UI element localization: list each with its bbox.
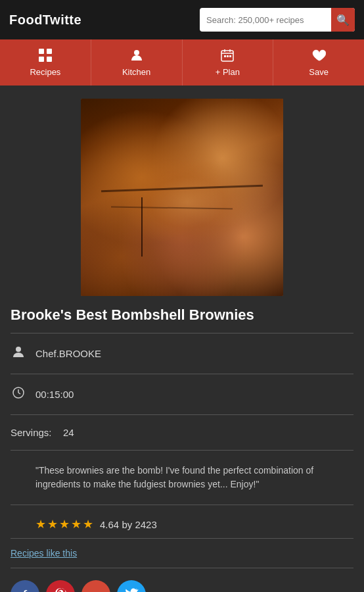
recipes-like-link[interactable]: Recipes like this [11,543,77,564]
recipes-icon [38,48,53,64]
nav-bar: Recipes Kitchen + Plan [0,39,364,86]
recipe-title: Brooke's Best Bombshell Brownies [11,307,353,324]
recipes-like-section: Recipes like this [11,538,353,568]
rating-section: ★★★★★ 4.64 by 2423 [11,510,353,538]
nav-label-recipes: Recipes [30,67,60,77]
divider-1 [11,333,353,333]
facebook-button[interactable]: f [11,580,39,592]
svg-rect-11 [229,55,231,57]
nav-item-kitchen[interactable]: Kitchen [91,39,183,86]
servings-value: 24 [63,427,74,438]
quote-section: "These brownies are the bomb! I've found… [11,456,353,499]
divider-3 [11,414,353,415]
svg-rect-9 [224,55,226,57]
pinterest-icon [53,586,68,593]
svg-rect-10 [227,55,229,57]
author-row: Chef.BROOKE [11,339,353,368]
rating-number: 4.64 [100,519,119,530]
nav-item-save[interactable]: Save [273,39,364,86]
svg-rect-1 [47,49,52,54]
svg-rect-2 [39,57,44,62]
author-icon [11,345,26,362]
googleplus-icon: g+ [91,590,101,593]
servings-label: Servings: [11,427,63,438]
svg-point-4 [134,50,139,55]
social-buttons: f g+ [11,578,353,592]
rating-count: 2423 [135,519,156,530]
nav-label-kitchen: Kitchen [122,67,150,77]
kitchen-icon [129,48,144,64]
search-bar: 🔍 [200,8,355,32]
cook-time: 00:15:00 [35,389,74,400]
recipe-image [81,99,283,296]
save-icon [311,48,326,64]
svg-point-12 [16,347,21,352]
nav-label-plan: + Plan [216,67,240,77]
author-name: Chef.BROOKE [35,348,101,359]
facebook-icon: f [23,588,27,593]
pinterest-button[interactable] [46,580,75,592]
clock-icon [11,386,26,403]
nav-item-plan[interactable]: + Plan [183,39,274,86]
divider-4 [11,450,353,451]
rating-value: 4.64 by 2423 [100,519,157,530]
rating-stars: ★★★★★ [35,517,95,531]
svg-rect-0 [39,49,44,54]
divider-2 [11,374,353,374]
svg-rect-3 [47,57,52,62]
search-input[interactable] [200,15,331,25]
main-content: Brooke's Best Bombshell Brownies Chef.BR… [0,86,364,592]
time-row: 00:15:00 [11,380,353,409]
recipe-quote: "These brownies are the bomb! I've found… [35,464,353,491]
plan-icon [220,48,235,64]
brownie-visual [81,99,283,296]
app-header: FoodTwitte 🔍 [0,0,364,39]
twitter-icon [124,586,139,592]
nav-label-save: Save [309,67,329,77]
servings-row: Servings: 24 [11,420,353,445]
search-button[interactable]: 🔍 [331,8,355,32]
twitter-button[interactable] [117,580,146,592]
recipe-image-container [11,99,353,296]
svg-line-15 [18,393,20,394]
nav-item-recipes[interactable]: Recipes [0,39,91,86]
app-logo: FoodTwitte [9,12,81,28]
googleplus-button[interactable]: g+ [81,580,110,592]
rating-by: by [122,519,135,530]
divider-5 [11,505,353,505]
search-icon: 🔍 [336,14,350,26]
